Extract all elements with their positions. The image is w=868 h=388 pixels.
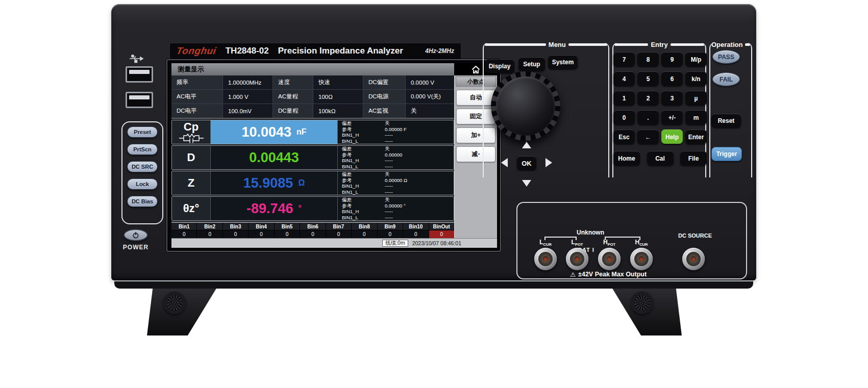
bnc-pin	[691, 256, 696, 262]
left-button-group: PresetPrtScnDC SRCLockDC Bias	[121, 121, 163, 224]
terminal-label-h-pot: HPOT	[594, 239, 625, 247]
measurement-info: 偏差关参考0.00000 FBIN1_H-----BIN1_L-----	[337, 120, 454, 144]
setting-value[interactable]: 关	[406, 104, 457, 118]
panel-btn-prtscn[interactable]: PrtScn	[127, 144, 158, 155]
info-value: -----	[385, 209, 454, 215]
bin-header-bin8: Bin8	[352, 223, 377, 230]
arrow-up-key[interactable]	[522, 142, 531, 148]
setting-value[interactable]: 0.000 V(关)	[406, 90, 457, 104]
rotary-knob[interactable]	[491, 71, 560, 141]
bin-count: 0	[403, 230, 428, 238]
product-title: Precision Impedance Analyzer	[278, 46, 403, 56]
setting-label: DC电源	[363, 90, 405, 104]
reset-button[interactable]: Reset	[711, 114, 741, 127]
setting-label: DC电平	[171, 104, 222, 118]
info-key: 参考	[342, 203, 385, 209]
key-0[interactable]: 0	[613, 110, 635, 124]
setting-value[interactable]: 1.000 V	[223, 90, 272, 104]
setting-value[interactable]: 100kΩ	[313, 104, 363, 118]
ok-button[interactable]: OK	[517, 156, 536, 170]
trigger-button[interactable]: Trigger	[711, 147, 742, 161]
panel-btn-lock[interactable]: Lock	[127, 178, 158, 190]
info-value: -----	[385, 138, 454, 144]
measurement-list: Cp 10.0043nF偏差关参考0.00000 FBIN1_H-----BIN…	[171, 119, 454, 222]
panel-btn-dc-bias[interactable]: DC Bias	[127, 196, 158, 207]
dc-source-label: DC SOURCE	[675, 232, 715, 239]
key-4[interactable]: 4	[613, 71, 635, 86]
key-plus-minus[interactable]: +/-	[661, 110, 683, 124]
status-bar: 线缆:0m 2023/10/07 08:46:01	[171, 238, 497, 248]
page-title: 测量显示	[171, 63, 454, 75]
system-button[interactable]: System	[548, 55, 578, 69]
entry-section-label: Entry	[651, 41, 667, 48]
lcd-main: 频率1.00000MHz速度快速DC偏置0.0000 VAC电平1.000 VA…	[171, 75, 454, 238]
usb-icon	[129, 54, 145, 63]
measurement-param: D	[187, 152, 195, 163]
key-m[interactable]: m	[685, 110, 707, 124]
key-6[interactable]: 6	[661, 71, 683, 86]
setting-value[interactable]: 快速	[313, 75, 363, 89]
info-value: -----	[385, 215, 454, 221]
info-key: BIN1_H	[342, 209, 385, 215]
info-value: -----	[385, 158, 454, 164]
key-esc[interactable]: Esc	[613, 130, 635, 144]
bin-count: 0	[300, 230, 325, 238]
bin-header-bin4: Bin4	[249, 223, 274, 230]
measurement-value: 0.00443	[211, 146, 337, 169]
key-enter[interactable]: Enter	[685, 130, 707, 144]
key-micro[interactable]: µ	[685, 91, 707, 105]
setting-value[interactable]: 0.0000 V	[406, 75, 457, 89]
key-home[interactable]: Home	[613, 151, 640, 165]
bin-header-bin5: Bin5	[275, 223, 300, 230]
display-button[interactable]: Display	[485, 59, 514, 73]
info-key: 偏差	[342, 171, 385, 177]
panel-btn-dc-src[interactable]: DC SRC	[127, 161, 158, 172]
key-3[interactable]: 3	[661, 91, 683, 105]
key-m-p[interactable]: M/p	[685, 52, 707, 66]
setting-label: DC偏置	[363, 75, 405, 89]
info-value: 关	[385, 197, 454, 203]
pass-indicator-button[interactable]: PASS	[712, 50, 740, 64]
key-7[interactable]: 7	[613, 52, 635, 66]
unknown-label: Unknown	[575, 229, 606, 236]
arrow-down-key[interactable]	[522, 180, 531, 187]
key-k-n[interactable]: k/n	[685, 71, 707, 86]
arrow-right-key[interactable]	[545, 158, 552, 167]
key-2[interactable]: 2	[637, 91, 659, 105]
settings-table: 频率1.00000MHz速度快速DC偏置0.0000 VAC电平1.000 VA…	[171, 75, 454, 119]
info-key: 参考	[342, 126, 385, 133]
info-value: 关	[385, 171, 454, 177]
measurement-value: 15.9085Ω	[211, 171, 337, 195]
key-1[interactable]: 1	[613, 91, 635, 105]
panel-btn-preset[interactable]: Preset	[127, 126, 158, 138]
info-value: 0.00000 Ω	[385, 177, 454, 184]
rotary-knob-face	[496, 76, 555, 136]
setting-value[interactable]: 100.0mV	[223, 104, 272, 118]
cable-length-badge: 线缆:0m	[382, 240, 408, 247]
home-icon	[472, 66, 480, 73]
setup-button[interactable]: Setup	[518, 57, 545, 71]
arrow-left-key[interactable]	[501, 158, 508, 167]
bin-count: 0	[249, 230, 274, 238]
bin-count: 0	[352, 230, 377, 238]
key-backspace[interactable]: ←	[637, 130, 659, 144]
info-value: -----	[385, 164, 454, 170]
setting-value[interactable]: 1.00000MHz	[223, 75, 272, 89]
bin-header-bin7: Bin7	[326, 223, 351, 230]
operation-section-label: Operation	[711, 41, 742, 48]
power-button[interactable]	[123, 229, 148, 241]
setting-label: AC量程	[273, 90, 313, 104]
bin-header-bin2: Bin2	[197, 223, 222, 230]
key-cal[interactable]: Cal	[647, 151, 674, 165]
fail-indicator-button[interactable]: FAIL	[712, 72, 740, 86]
bnc-connector-h-cur	[630, 248, 653, 270]
key-file[interactable]: File	[680, 151, 707, 165]
key-dot[interactable]: .	[637, 110, 659, 124]
setting-value[interactable]: 100Ω	[313, 90, 363, 104]
key-9[interactable]: 9	[661, 52, 683, 66]
bin-count: 0	[275, 230, 300, 238]
key-help[interactable]: Help	[661, 130, 683, 144]
key-5[interactable]: 5	[637, 71, 659, 86]
key-8[interactable]: 8	[637, 52, 659, 66]
divider	[745, 43, 750, 46]
